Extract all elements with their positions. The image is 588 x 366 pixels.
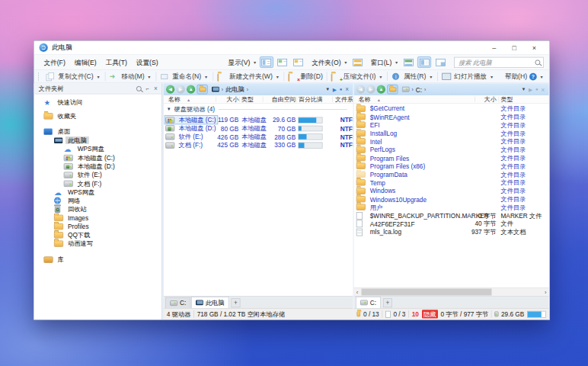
view-icons-button[interactable] bbox=[276, 56, 289, 68]
tab-c-drive-right[interactable]: C: bbox=[356, 297, 381, 308]
file-row-Windows10Upgrade[interactable]: Windows10Upgrade文件目录 bbox=[354, 195, 549, 204]
menu-settings[interactable]: 设置(S) bbox=[136, 58, 158, 66]
file-row-mls_lca.log[interactable]: mls_lca.log937 字节文本文档 bbox=[354, 228, 549, 236]
help-menu[interactable]: 帮助(H) bbox=[505, 72, 527, 81]
folder-tree-toggle-button[interactable] bbox=[350, 56, 364, 68]
tab-c-drive[interactable]: C: bbox=[165, 297, 190, 308]
close-button[interactable]: × bbox=[524, 43, 544, 52]
help-caret[interactable]: ▼ bbox=[540, 75, 544, 79]
file-row-$WINRE_BACKUP_PARTITION.MARKER[interactable]: $WINRE_BACKUP_PARTITION.MARKER0 字节MARKER… bbox=[354, 211, 549, 220]
middle-column-header[interactable]: 名称▲ 大小 类型 自由空间 百分比满 文件系统 bbox=[164, 95, 353, 104]
tree-item-本地磁盘 (C:)[interactable]: 本地磁盘 (C:) bbox=[34, 153, 161, 162]
right-breadcrumb[interactable]: ›C:› bbox=[402, 86, 519, 93]
file-row-用户[interactable]: 用户文件目录 bbox=[354, 204, 549, 212]
pane-play-icon[interactable]: ▶ bbox=[333, 86, 337, 92]
scroll-left-arrow[interactable]: ‹ bbox=[354, 289, 361, 295]
menu-file[interactable]: 文件(F) bbox=[44, 58, 66, 66]
tab-this-pc[interactable]: 此电脑 bbox=[191, 297, 229, 308]
layout-horizontal-button[interactable] bbox=[401, 56, 415, 68]
tree-item-网络[interactable]: 网络 bbox=[34, 197, 161, 205]
file-row-$WinREAgent[interactable]: $WinREAgent文件目录 bbox=[354, 113, 549, 121]
search-input[interactable]: 搜索 此电脑 bbox=[454, 56, 544, 67]
new-folder-button[interactable]: 新建文件夹(W)▼ bbox=[214, 72, 283, 81]
layout-quad-button[interactable] bbox=[433, 56, 447, 68]
forward-button-right[interactable]: ▶ bbox=[366, 85, 375, 94]
file-row-Windows[interactable]: Windows文件目录 bbox=[354, 187, 549, 195]
tree-item-Images[interactable]: Images bbox=[34, 214, 161, 222]
address-dropdown-icon-right[interactable]: ▼ bbox=[521, 87, 526, 92]
tree-item-本地磁盘 (D:)[interactable]: 本地磁盘 (D:) bbox=[34, 162, 161, 170]
titlebar[interactable]: 此电脑 – □ × bbox=[34, 41, 550, 54]
file-row-ProgramData[interactable]: ProgramData文件目录 bbox=[354, 170, 549, 178]
tree-item-桌面[interactable]: 桌面 bbox=[34, 127, 161, 136]
menu-tools[interactable]: 工具(T) bbox=[106, 58, 127, 66]
tree-item-软件 (E:)[interactable]: 软件 (E:) bbox=[34, 171, 161, 179]
window-menu-caret[interactable]: ▼ bbox=[395, 60, 398, 64]
folder-menu[interactable]: 文件夹(O) bbox=[312, 58, 340, 66]
goto-folder-button[interactable] bbox=[197, 85, 208, 95]
tree-item-文档 (F:)[interactable]: 文档 (F:) bbox=[34, 179, 161, 188]
back-button-right[interactable]: ◀ bbox=[356, 85, 365, 94]
tree-item-快速访问[interactable]: ★快速访问 bbox=[34, 98, 161, 107]
view-details-button[interactable] bbox=[260, 56, 273, 68]
drive-row-本地磁盘 (D:)[interactable]: 本地磁盘 (D:)80 GB本地磁盘70 GBNTFS bbox=[164, 124, 353, 133]
minimize-button[interactable]: – bbox=[484, 43, 504, 52]
scrollbar-thumb[interactable] bbox=[362, 289, 492, 296]
file-row-$GetCurrent[interactable]: $GetCurrent文件目录 bbox=[354, 104, 549, 113]
tree-item-WPS网盘[interactable]: ☁WPS网盘 bbox=[34, 188, 161, 196]
drive-row-本地磁盘 (C:)[interactable]: 本地磁盘 (C:)119 GB本地磁盘29.6 GBNTFS bbox=[164, 116, 353, 124]
tree-search-icon[interactable] bbox=[136, 86, 142, 92]
up-button[interactable]: ▲ bbox=[187, 85, 195, 94]
file-row-Program Files[interactable]: Program Files文件目录 bbox=[354, 154, 549, 162]
delete-button[interactable]: ×删除(D) bbox=[286, 72, 325, 81]
new-tab-button[interactable]: + bbox=[232, 298, 241, 307]
rename-button[interactable]: 重命名(N)▼ bbox=[158, 72, 212, 81]
pane-close-icon[interactable]: × bbox=[345, 86, 349, 92]
pane-close-icon-right[interactable]: × bbox=[541, 86, 545, 93]
file-row-InstallLog[interactable]: InstallLog文件目录 bbox=[354, 129, 549, 137]
help-icon[interactable]: ? bbox=[529, 72, 537, 80]
up-button-right[interactable]: ▲ bbox=[377, 85, 385, 94]
move-button[interactable]: ➜移动(M)▼ bbox=[107, 72, 155, 81]
new-tab-button-right[interactable]: + bbox=[383, 298, 392, 307]
maximize-button[interactable]: □ bbox=[504, 43, 524, 52]
scroll-right-arrow[interactable]: › bbox=[542, 289, 549, 295]
pane-record-icon[interactable]: ● bbox=[340, 87, 343, 92]
tree-pin-icon[interactable]: ⌐ bbox=[146, 85, 149, 92]
drive-row-文档 (F:)[interactable]: 文档 (F:)425 GB本地磁盘330 GBNTFS bbox=[164, 141, 353, 149]
file-row-Program Files (x86)[interactable]: Program Files (x86)文件目录 bbox=[354, 162, 549, 171]
file-row-Intel[interactable]: Intel文件目录 bbox=[354, 137, 549, 146]
window-menu[interactable]: 窗口(L) bbox=[371, 58, 392, 66]
layout-vertical-button[interactable] bbox=[417, 56, 431, 68]
tree-item-库[interactable]: 库 bbox=[34, 255, 161, 264]
goto-folder-button-right[interactable] bbox=[387, 85, 398, 95]
drive-row-软件 (E:)[interactable]: 软件 (E:)426 GB本地磁盘288 GBNTFS bbox=[164, 133, 353, 141]
tree-item-动画速写[interactable]: 动画速写 bbox=[34, 239, 161, 248]
properties-button[interactable]: i属性(R)▼ bbox=[389, 72, 436, 81]
tree-close-icon[interactable]: × bbox=[154, 85, 158, 92]
file-row-Temp[interactable]: Temp文件目录 bbox=[354, 178, 549, 187]
view-list-button[interactable] bbox=[292, 56, 305, 68]
tree-item-回收站[interactable]: 回收站 bbox=[34, 205, 161, 214]
middle-breadcrumb[interactable]: ›此电脑› bbox=[212, 85, 324, 94]
file-row-EFI[interactable]: EFI文件目录 bbox=[354, 121, 549, 130]
drive-group-header[interactable]: ▼硬盘驱动器 (4) bbox=[167, 106, 347, 114]
pane-play-icon-right[interactable]: ▶ bbox=[529, 86, 532, 92]
address-dropdown-icon[interactable]: ▼ bbox=[325, 87, 330, 92]
pane-record-icon-right[interactable]: ● bbox=[535, 87, 538, 92]
horizontal-scrollbar[interactable]: ‹ › bbox=[354, 287, 549, 296]
file-row-A42F6EF2F31F[interactable]: A42F6EF2F31F40 字节文件 bbox=[354, 220, 549, 228]
toolbar-drag-handle[interactable] bbox=[38, 72, 40, 81]
back-button[interactable]: ◀ bbox=[166, 85, 174, 94]
file-row-PerfLogs[interactable]: PerfLogs文件目录 bbox=[354, 146, 549, 154]
view-menu-caret[interactable]: ▼ bbox=[253, 60, 257, 64]
menu-edit[interactable]: 编辑(E) bbox=[75, 58, 97, 66]
tree-item-WPS网盘[interactable]: ☁WPS网盘 bbox=[34, 145, 161, 153]
tree-item-此电脑[interactable]: 此电脑 bbox=[34, 136, 161, 144]
search-icon[interactable] bbox=[535, 59, 541, 65]
tree-item-QQ下载[interactable]: QQ下载 bbox=[34, 231, 161, 239]
forward-button[interactable]: ▶ bbox=[177, 85, 185, 94]
tree-item-收藏夹[interactable]: 收藏夹 bbox=[34, 112, 161, 120]
tree-item-Profiles[interactable]: Profiles bbox=[34, 223, 161, 231]
slideshow-button[interactable]: 幻灯片播放▼ bbox=[439, 72, 497, 81]
